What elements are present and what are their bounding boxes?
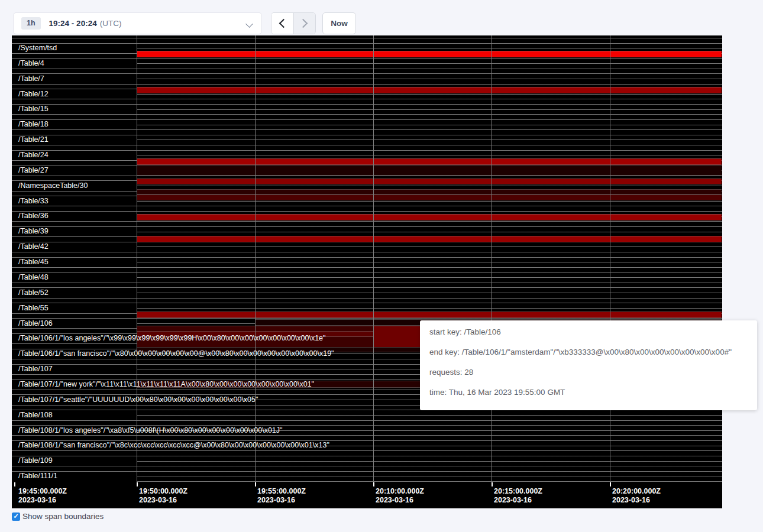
axis-tick-label: 20:15:00.000Z2023-03-16 [494,487,542,505]
row-label: /Table/55 [18,304,49,312]
row-label: /Table/12 [18,90,49,98]
show-span-boundaries-checkbox[interactable]: ✓ [12,512,20,521]
row-label: /Table/108 [18,411,53,419]
row-label: /Table/108/1/"san francisco"/"\x8c\xcc\x… [18,442,329,449]
row-label: /Table/42 [18,243,49,251]
axis-tick-label: 20:20:00.000Z2023-03-16 [612,487,661,505]
row-label: /Table/107/1/"new york"/"\x11\x11\x11\x1… [18,381,314,388]
toolbar: 1h 19:24 - 20:24 (UTC) Now [0,0,763,35]
heat-band [137,194,722,200]
axis-tick [137,482,138,486]
row-label: /Table/109 [18,457,53,465]
now-button[interactable]: Now [322,12,356,34]
heat-band [137,165,722,176]
tooltip-requests: requests: 28 [429,362,748,382]
row-label: /Table/107 [18,365,53,373]
time-gridline [610,35,610,482]
heat-band [137,179,722,184]
row-label: /Table/15 [18,105,49,113]
row-label: /Table/52 [18,289,49,297]
show-span-boundaries-label: Show span boundaries [22,512,104,521]
row-label: /Table/21 [18,136,49,144]
axis-tick [373,482,374,486]
axis-tick-label: 19:45:00.000Z2023-03-16 [18,487,67,505]
row-label: /Table/106/1/"los angeles"/"\x99\x99\x99… [18,335,325,342]
tooltip-start-key: start key: /Table/106 [429,322,748,342]
axis-tick [14,482,15,486]
time-nav-group [271,12,316,34]
span-boundary-lines [137,38,722,482]
heat-band [137,214,722,220]
row-label: /Table/108/1/"los angeles"/"\xa8\xf5\u00… [18,427,283,434]
row-label: /Table/24 [18,151,49,159]
row-label: /Table/106 [18,320,53,327]
heat-band [137,87,722,93]
row-label: /Table/27 [18,167,49,174]
row-label: /Table/107/1/"seattle"/"UUUUUUD\x00\x80\… [18,396,258,404]
time-range-text: 19:24 - 20:24 [49,19,97,28]
tooltip-time: time: Thu, 16 Mar 2023 19:55:00 GMT [429,382,748,403]
next-time-button[interactable] [294,13,316,34]
time-range-zone: (UTC) [100,19,122,28]
chevron-left-icon [279,19,288,28]
row-label: /Table/39 [18,228,49,235]
axis-tick-label: 19:55:00.000Z2023-03-16 [257,487,306,505]
chevron-right-icon [299,19,308,28]
time-gridline [137,35,137,482]
time-gridline [255,35,256,482]
row-label: /Table/45 [18,258,49,266]
row-label: /Table/7 [18,75,44,83]
heat-band [137,312,722,318]
row-label: /Table/4 [18,60,44,67]
axis-tick [492,482,493,486]
heat-band [137,189,722,194]
heat-band [137,158,722,165]
chevron-down-icon [245,20,253,28]
heat-band [137,51,722,57]
row-label: /System/tsd [18,44,57,52]
tooltip-end-key: end key: /Table/106/1/"amsterdam"/"\xb33… [429,342,748,362]
row-label: /Table/111/1 [18,472,57,480]
time-range-selector[interactable]: 1h 19:24 - 20:24 (UTC) [13,12,262,34]
row-label: /Table/48 [18,274,49,281]
row-label: /Table/106/1/"san francisco"/"\x80\x00\x… [18,350,334,358]
heatmap[interactable]: /System/tsd/Table/4/Table/7/Table/12/Tab… [12,35,722,508]
time-gridline [492,35,492,482]
prev-time-button[interactable] [271,13,294,34]
row-label: /Table/33 [18,197,49,205]
span-tooltip: start key: /Table/106 end key: /Table/10… [420,320,757,410]
row-label: /NamespaceTable/30 [18,182,88,190]
axis-tick [610,482,611,486]
axis-tick-label: 20:10:00.000Z2023-03-16 [376,487,424,505]
time-range-badge: 1h [21,17,41,30]
heat-band [137,236,722,242]
row-label: /Table/36 [18,212,49,220]
row-label: /Table/18 [18,121,49,128]
footer: ✓ Show span boundaries [12,512,104,521]
axis-tick-label: 19:50:00.000Z2023-03-16 [139,487,187,505]
axis-tick [255,482,256,486]
time-gridline [373,35,374,482]
